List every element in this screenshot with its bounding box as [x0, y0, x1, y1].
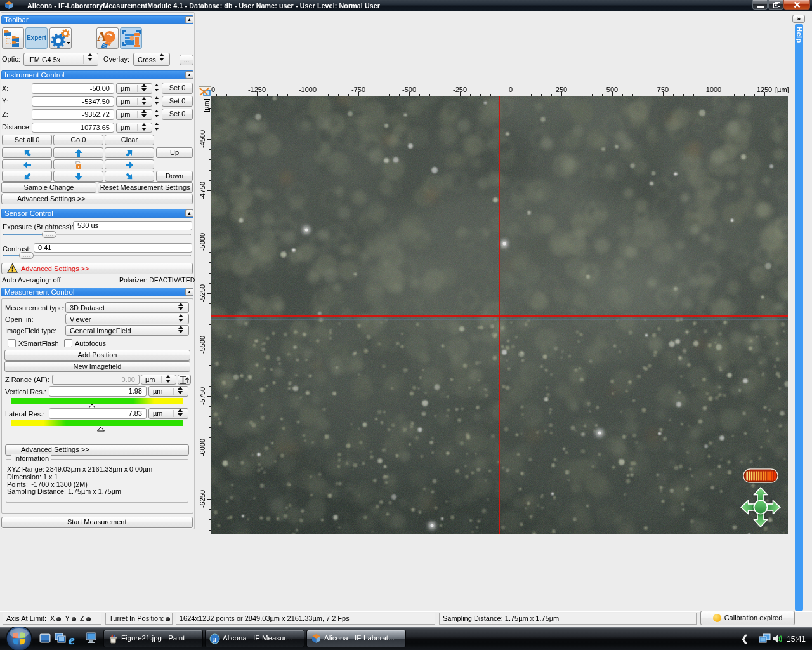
svg-text:µ: µ [213, 635, 217, 643]
